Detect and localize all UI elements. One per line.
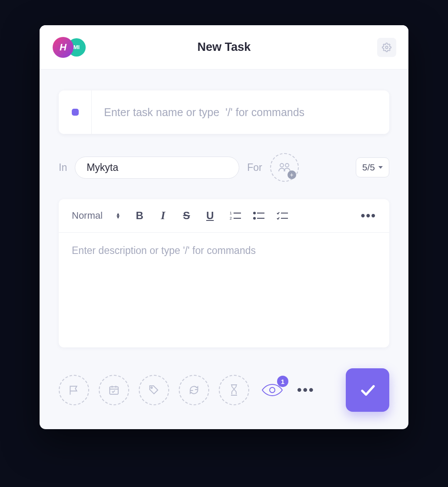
tags-button[interactable] <box>139 375 169 405</box>
svg-text:1: 1 <box>230 211 232 215</box>
italic-button[interactable]: I <box>157 210 169 222</box>
due-date-button[interactable] <box>99 375 129 405</box>
footer-row: 1 ••• <box>59 368 389 412</box>
avatar-group: H MI <box>53 37 86 58</box>
svg-point-1 <box>280 163 284 167</box>
people-icon <box>278 163 291 172</box>
text-style-label: Normal <box>72 210 103 221</box>
caret-down-icon <box>378 166 383 169</box>
task-name-input[interactable] <box>92 106 389 119</box>
refresh-icon <box>188 384 200 396</box>
calendar-icon <box>108 384 120 396</box>
editor-toolbar: Normal ▲▼ B I S U 12 <box>59 199 389 233</box>
new-task-modal: H MI New Task In Mykyta For + <box>40 25 408 429</box>
status-selector[interactable] <box>59 90 92 134</box>
meta-row: In Mykyta For + 5/5 <box>59 153 389 182</box>
hourglass-icon <box>230 384 238 396</box>
subtask-count-selector[interactable]: 5/5 <box>356 157 389 177</box>
svg-point-17 <box>151 387 152 388</box>
modal-title: New Task <box>197 40 251 54</box>
location-selector[interactable]: Mykyta <box>75 157 239 179</box>
tag-icon <box>148 384 160 396</box>
checklist-button[interactable] <box>276 210 288 222</box>
plus-icon: + <box>288 170 296 179</box>
workspace-avatar[interactable]: H <box>53 37 74 58</box>
svg-point-8 <box>254 217 255 219</box>
count-label: 5/5 <box>362 162 375 173</box>
in-label: In <box>59 162 67 173</box>
footer-more-button[interactable]: ••• <box>297 383 315 397</box>
recurring-button[interactable] <box>179 375 209 405</box>
checklist-icon <box>277 211 288 220</box>
status-color-icon <box>72 109 79 116</box>
svg-point-7 <box>254 212 255 214</box>
underline-button[interactable]: U <box>204 210 216 222</box>
ordered-list-button[interactable]: 12 <box>229 210 241 222</box>
strikethrough-button[interactable]: S <box>181 210 193 222</box>
text-style-selector[interactable]: Normal ▲▼ <box>72 210 120 221</box>
description-input[interactable] <box>59 233 389 346</box>
priority-button[interactable] <box>59 375 89 405</box>
check-icon <box>358 381 377 399</box>
bullet-list-button[interactable] <box>253 210 265 222</box>
flag-icon <box>68 384 80 396</box>
create-task-button[interactable] <box>346 368 389 412</box>
assignee-selector[interactable]: + <box>270 153 299 182</box>
settings-button[interactable] <box>377 38 396 57</box>
format-group: B I S U <box>134 210 216 222</box>
sort-icon: ▲▼ <box>116 213 120 219</box>
toolbar-more-button[interactable]: ••• <box>361 209 376 223</box>
watchers-button[interactable]: 1 <box>259 380 286 400</box>
svg-rect-13 <box>110 387 118 394</box>
modal-header: H MI New Task <box>40 25 408 70</box>
svg-point-2 <box>285 163 289 167</box>
ordered-list-icon: 12 <box>230 211 241 220</box>
svg-point-18 <box>270 387 275 393</box>
svg-point-0 <box>385 46 388 49</box>
bold-button[interactable]: B <box>134 210 146 222</box>
gear-icon <box>382 43 391 52</box>
modal-body: In Mykyta For + 5/5 Normal ▲▼ <box>40 70 408 429</box>
watchers-count-badge: 1 <box>277 376 288 387</box>
time-estimate-button[interactable] <box>219 375 249 405</box>
bullet-list-icon <box>253 211 264 220</box>
description-box: Normal ▲▼ B I S U 12 <box>59 199 389 347</box>
task-name-row <box>59 90 389 134</box>
for-label: For <box>247 162 262 173</box>
list-group: 12 <box>229 210 288 222</box>
svg-text:2: 2 <box>230 216 232 220</box>
